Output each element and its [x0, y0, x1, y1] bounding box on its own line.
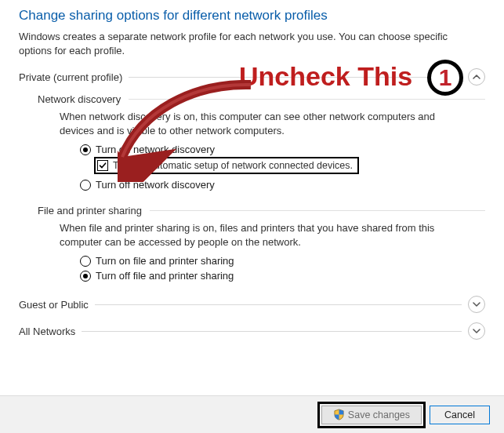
- footer-bar: Save changes Cancel: [0, 395, 504, 433]
- divider: [129, 99, 485, 100]
- radio-network-discovery-on[interactable]: Turn on network discovery: [80, 142, 485, 157]
- chevron-up-icon: [468, 68, 485, 86]
- section-all-label: All Networks: [19, 326, 75, 337]
- chevron-down-icon: [468, 322, 485, 340]
- radio-file-printer-off[interactable]: Turn off file and printer sharing: [80, 268, 485, 283]
- checkbox-auto-setup-label: Turn on automatic setup of network conne…: [113, 160, 353, 171]
- section-private[interactable]: Private (current profile): [19, 68, 485, 86]
- network-discovery-text: When network discovery is on, this compu…: [60, 110, 466, 137]
- cancel-label: Cancel: [444, 409, 475, 420]
- highlight-box: Turn on automatic setup of network conne…: [94, 157, 359, 174]
- file-printer-text: When file and printer sharing is on, fil…: [60, 221, 466, 249]
- divider: [129, 77, 462, 78]
- subsection-file-printer: File and printer sharing: [38, 205, 485, 216]
- save-changes-button[interactable]: Save changes: [321, 406, 422, 424]
- section-all-networks[interactable]: All Networks: [19, 322, 485, 340]
- radio-label: Turn on network discovery: [96, 144, 215, 155]
- chevron-down-icon: [468, 296, 485, 313]
- page-desc: Windows creates a separate network profi…: [19, 30, 481, 57]
- radio-label: Turn on file and printer sharing: [96, 255, 234, 267]
- checkbox-auto-setup[interactable]: [97, 160, 108, 171]
- section-private-label: Private (current profile): [19, 71, 122, 83]
- divider: [82, 331, 462, 332]
- save-label: Save changes: [348, 409, 410, 420]
- section-guest-label: Guest or Public: [19, 299, 89, 311]
- network-discovery-label: Network discovery: [38, 93, 121, 105]
- cancel-button[interactable]: Cancel: [430, 406, 490, 424]
- radio-icon: [80, 271, 91, 282]
- divider: [95, 304, 462, 305]
- radio-icon: [80, 256, 91, 267]
- section-guest-public[interactable]: Guest or Public: [19, 296, 485, 313]
- file-printer-label: File and printer sharing: [38, 205, 142, 216]
- divider: [150, 210, 485, 211]
- radio-icon: [80, 144, 91, 155]
- page-title: Change sharing options for different net…: [19, 8, 485, 24]
- radio-label: Turn off file and printer sharing: [96, 270, 234, 282]
- radio-file-printer-on[interactable]: Turn on file and printer sharing: [80, 253, 485, 268]
- subsection-network-discovery: Network discovery: [38, 93, 485, 105]
- radio-network-discovery-off[interactable]: Turn off network discovery: [80, 177, 485, 192]
- radio-label: Turn off network discovery: [96, 179, 215, 191]
- radio-icon: [80, 180, 91, 191]
- shield-icon: [333, 409, 345, 420]
